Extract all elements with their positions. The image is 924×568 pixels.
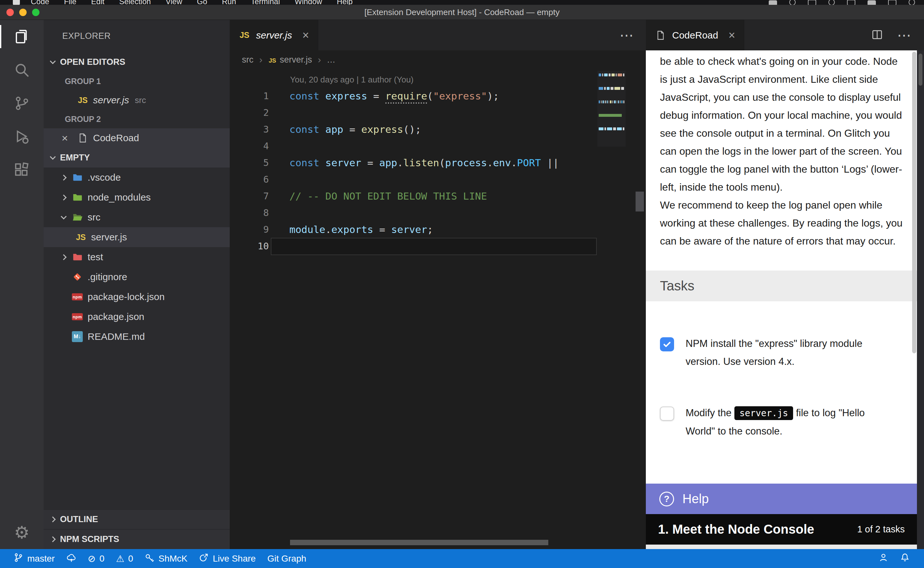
status-live-share[interactable]: Live Share: [193, 549, 261, 568]
editor-more-actions-icon[interactable]: ⋯: [620, 20, 646, 50]
section-label: NPM SCRIPTS: [60, 534, 119, 544]
minimap[interactable]: [597, 71, 626, 147]
status-cloud[interactable]: [61, 549, 82, 568]
tree-item-.gitignore[interactable]: .gitignore: [44, 267, 230, 287]
menu-window[interactable]: Window: [294, 0, 322, 5]
tab-server-js[interactable]: JS server.js ×: [230, 20, 318, 50]
menu-terminal[interactable]: Terminal: [251, 0, 280, 5]
menu-help[interactable]: Help: [337, 0, 353, 5]
activity-search-icon[interactable]: [0, 53, 44, 87]
code-line-4[interactable]: 4: [230, 137, 646, 154]
code-line-3[interactable]: 3const app = express();: [230, 121, 646, 137]
code-line-7[interactable]: 7// -- DO NOT EDIT BELOW THIS LINE: [230, 188, 646, 204]
minimize-window-button[interactable]: [19, 9, 27, 16]
tree-item-src[interactable]: src: [44, 207, 230, 227]
open-editors-header[interactable]: OPEN EDITORS: [44, 52, 230, 72]
breadcrumb-server.js[interactable]: JSserver.js: [268, 55, 312, 65]
close-coderoad-tab-icon[interactable]: ×: [728, 29, 735, 42]
section-header-outline[interactable]: OUTLINE: [44, 509, 230, 529]
split-editor-icon[interactable]: [871, 29, 883, 42]
apple-menu-icon[interactable]: [13, 0, 20, 5]
line-text: [269, 137, 289, 154]
liveshare-icon: [199, 553, 209, 565]
editor-horizontal-scrollbar[interactable]: [290, 540, 548, 545]
menubar-status-icon[interactable]: [828, 0, 835, 5]
tree-item-readme.md[interactable]: M↓README.md: [44, 327, 230, 347]
activity-explorer-icon[interactable]: [0, 20, 44, 53]
titlebar[interactable]: [Extension Development Host] - CodeRoad …: [0, 5, 924, 20]
chevron-down-icon: [50, 58, 56, 64]
tree-item-server.js[interactable]: JSserver.js: [44, 227, 230, 247]
scrollbar-thumb[interactable]: [918, 54, 922, 86]
tree-item-package.json[interactable]: npmpackage.json: [44, 307, 230, 327]
footer-strip: [646, 545, 917, 549]
node-icon: [72, 192, 83, 203]
tree-item-test[interactable]: test: [44, 247, 230, 267]
section-header-npm-scripts[interactable]: NPM SCRIPTS: [44, 529, 230, 549]
tree-item-label: src: [87, 212, 100, 223]
status-shmck[interactable]: ShMcK: [139, 549, 193, 568]
close-tab-icon[interactable]: ×: [302, 29, 309, 42]
code-line-2[interactable]: 2: [230, 104, 646, 121]
workspace-header[interactable]: EMPTY: [44, 148, 230, 168]
line-text: // -- DO NOT EDIT BELOW THIS LINE: [269, 188, 487, 204]
panel-page-scrollbar[interactable]: [917, 50, 924, 549]
code-editor[interactable]: You, 20 days ago | 1 author (You) 1const…: [230, 69, 646, 549]
close-window-button[interactable]: [6, 9, 14, 16]
code-line-9[interactable]: 9module.exports = server;: [230, 221, 646, 238]
menubar-status-icon[interactable]: [769, 0, 777, 5]
task-checkbox-unchecked[interactable]: [660, 406, 674, 421]
status-person[interactable]: [873, 549, 894, 568]
open-editor-coderoad[interactable]: ×CodeRoad: [44, 128, 230, 148]
open-editor-server.js[interactable]: JSserver.jssrc: [44, 91, 230, 110]
open-editors-group-label: GROUP 2: [44, 110, 230, 128]
status-0[interactable]: ⊘0: [82, 549, 110, 568]
tab-coderoad[interactable]: CodeRoad ×: [646, 20, 744, 50]
menu-view[interactable]: View: [166, 0, 182, 5]
menubar-status-icon[interactable]: [847, 0, 855, 5]
code-line-5[interactable]: 5const server = app.listen(process.env.P…: [230, 154, 646, 171]
settings-gear-icon[interactable]: ⚙: [0, 516, 44, 549]
workbench: ⚙ EXPLORER OPEN EDITORS GROUP 1JSserver.…: [0, 20, 924, 549]
menu-go[interactable]: Go: [197, 0, 207, 5]
menubar-status-icon[interactable]: [789, 0, 796, 5]
tree-item-.vscode[interactable]: .vscode: [44, 168, 230, 187]
breadcrumb-src[interactable]: src: [242, 55, 253, 65]
menubar-status-icon[interactable]: [888, 0, 897, 5]
status-git-graph[interactable]: Git Graph: [261, 549, 312, 568]
activity-source-control-icon[interactable]: [0, 87, 44, 120]
breadcrumb-…[interactable]: …: [327, 55, 336, 65]
status-right: [873, 549, 924, 568]
activity-extensions-icon[interactable]: [0, 153, 44, 187]
menu-file[interactable]: File: [64, 0, 76, 5]
task-checkbox-checked[interactable]: [660, 337, 674, 351]
webview-scrollbar[interactable]: [912, 52, 916, 353]
menu-edit[interactable]: Edit: [91, 0, 104, 5]
status-0[interactable]: ⚠0: [110, 549, 139, 568]
panel-more-actions-icon[interactable]: ⋯: [897, 27, 911, 43]
task-item-2: Modify the server.js file to log "Hello …: [660, 404, 903, 440]
menubar-status-icon[interactable]: [868, 0, 876, 5]
menu-run[interactable]: Run: [222, 0, 236, 5]
code-line-6[interactable]: 6: [230, 171, 646, 188]
menu-code[interactable]: Code: [31, 0, 49, 5]
menubar-status-icon[interactable]: [808, 0, 816, 5]
tree-item-package-lock.json[interactable]: npmpackage-lock.json: [44, 287, 230, 307]
code-line-1[interactable]: 1const express = require("express");: [230, 88, 646, 104]
gitlens-blame-annotation[interactable]: You, 20 days ago | 1 author (You): [230, 71, 646, 88]
status-master[interactable]: master: [8, 549, 61, 568]
editor-vertical-scrollbar[interactable]: [636, 192, 644, 211]
code-line-10[interactable]: 10: [230, 238, 646, 254]
status-bell[interactable]: [894, 549, 916, 568]
status-bar: master⊘0⚠0ShMcKLive ShareGit Graph: [0, 549, 924, 568]
activity-run-debug-icon[interactable]: [0, 120, 44, 153]
help-bar[interactable]: ? Help: [646, 483, 917, 514]
code-line-8[interactable]: 8: [230, 204, 646, 221]
menubar-status-icon[interactable]: [909, 0, 915, 5]
zoom-window-button[interactable]: [32, 9, 39, 16]
lesson-title: 1. Meet the Node Console: [658, 522, 814, 536]
tree-item-node_modules[interactable]: node_modules: [44, 187, 230, 207]
tree-item-label: package-lock.json: [87, 292, 164, 302]
close-editor-icon[interactable]: ×: [62, 132, 77, 144]
menu-selection[interactable]: Selection: [119, 0, 151, 5]
